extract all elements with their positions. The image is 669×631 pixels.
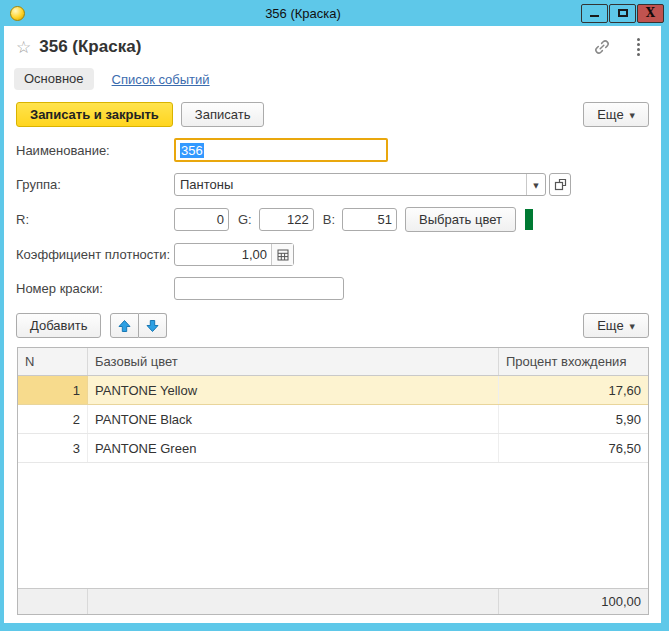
form-window: ☆ 356 (Краска) Основное Список событий З… xyxy=(4,26,661,623)
table-more-button[interactable]: Еще ▼ xyxy=(583,313,649,338)
link-button[interactable] xyxy=(591,36,613,58)
link-icon xyxy=(593,38,611,56)
more-menu-button[interactable] xyxy=(627,36,649,58)
components-table: N Базовый цвет Процент вхождения 1 PANTO… xyxy=(17,347,649,615)
tab-main[interactable]: Основное xyxy=(14,68,94,90)
arrow-up-icon xyxy=(118,319,131,333)
total-percent: 100,00 xyxy=(499,589,648,614)
table-empty-area xyxy=(18,463,648,588)
base-color-cell: PANTONE Black xyxy=(88,405,499,433)
group-field-label: Группа: xyxy=(16,177,174,192)
density-input[interactable]: 1,00 xyxy=(175,244,271,265)
group-combobox[interactable]: Пантоны ▼ xyxy=(174,173,546,196)
move-down-button[interactable] xyxy=(139,313,167,338)
minimize-icon xyxy=(590,15,599,17)
move-up-button[interactable] xyxy=(110,313,139,338)
r-field-label: R: xyxy=(16,212,174,227)
save-and-close-button[interactable]: Записать и закрыть xyxy=(16,102,173,127)
percent-cell: 17,60 xyxy=(499,376,648,404)
group-open-button[interactable] xyxy=(549,173,571,196)
page-title: 356 (Краска) xyxy=(39,37,577,57)
save-button[interactable]: Записать xyxy=(181,102,265,127)
row-number-cell: 2 xyxy=(18,405,88,433)
window-title: 356 (Краска) xyxy=(25,6,581,21)
close-button[interactable]: X xyxy=(637,4,664,23)
percent-cell: 76,50 xyxy=(499,434,648,462)
density-input-group: 1,00 xyxy=(174,243,294,266)
title-bar: 356 (Краска) X xyxy=(0,0,669,26)
paint-number-input[interactable] xyxy=(174,277,344,300)
calculator-icon xyxy=(277,249,289,261)
favorite-star-icon[interactable]: ☆ xyxy=(16,37,31,57)
maximize-icon xyxy=(618,9,628,17)
maximize-button[interactable] xyxy=(609,4,636,23)
table-row[interactable]: 2 PANTONE Black 5,90 xyxy=(18,405,648,434)
chevron-down-icon: ▼ xyxy=(630,110,635,120)
percent-cell: 5,90 xyxy=(499,405,648,433)
paint-number-field-label: Номер краски: xyxy=(16,281,174,296)
calculator-button[interactable] xyxy=(271,244,293,265)
column-header-percent: Процент вхождения xyxy=(499,348,648,375)
table-row[interactable]: 3 PANTONE Green 76,50 xyxy=(18,434,648,463)
name-field-label: Наименование: xyxy=(16,143,174,158)
table-toolbar: Добавить Еще ▼ xyxy=(4,313,661,338)
name-input-selected-text: 356 xyxy=(180,143,204,158)
minimize-button[interactable] xyxy=(581,4,608,23)
table-footer-row: 100,00 xyxy=(18,588,648,614)
command-bar: Записать и закрыть Записать Еще ▼ xyxy=(4,90,661,127)
column-header-n: N xyxy=(18,348,88,375)
name-input[interactable]: 356 xyxy=(174,138,388,162)
row-number-cell: 3 xyxy=(18,434,88,462)
open-in-form-icon xyxy=(554,178,567,191)
close-icon: X xyxy=(646,7,655,19)
base-color-cell: PANTONE Green xyxy=(88,434,499,462)
more-actions-button[interactable]: Еще ▼ xyxy=(583,102,649,127)
column-header-base-color: Базовый цвет xyxy=(88,348,499,375)
r-input[interactable]: 0 xyxy=(174,208,229,231)
g-field-label: G: xyxy=(238,212,252,227)
pick-color-button[interactable]: Выбрать цвет xyxy=(405,207,516,232)
density-field-label: Коэффициент плотности: xyxy=(16,247,174,262)
tab-bar: Основное Список событий xyxy=(4,58,661,90)
more-icon xyxy=(637,38,640,56)
base-color-cell: PANTONE Yellow xyxy=(88,376,499,404)
table-header-row: N Базовый цвет Процент вхождения xyxy=(18,348,648,376)
tab-event-list[interactable]: Список событий xyxy=(112,72,210,87)
chevron-down-icon: ▼ xyxy=(630,321,635,331)
chevron-down-icon: ▼ xyxy=(533,180,538,190)
color-swatch xyxy=(525,209,533,230)
arrow-down-icon xyxy=(146,319,159,333)
group-value: Пантоны xyxy=(175,174,526,195)
b-input[interactable]: 51 xyxy=(342,208,397,231)
group-dropdown-button[interactable]: ▼ xyxy=(526,174,545,195)
add-row-button[interactable]: Добавить xyxy=(16,313,101,338)
b-field-label: B: xyxy=(323,212,335,227)
table-row[interactable]: 1 PANTONE Yellow 17,60 xyxy=(18,376,648,405)
g-input[interactable]: 122 xyxy=(259,208,314,231)
app-icon xyxy=(10,6,25,21)
row-number-cell: 1 xyxy=(18,376,88,404)
